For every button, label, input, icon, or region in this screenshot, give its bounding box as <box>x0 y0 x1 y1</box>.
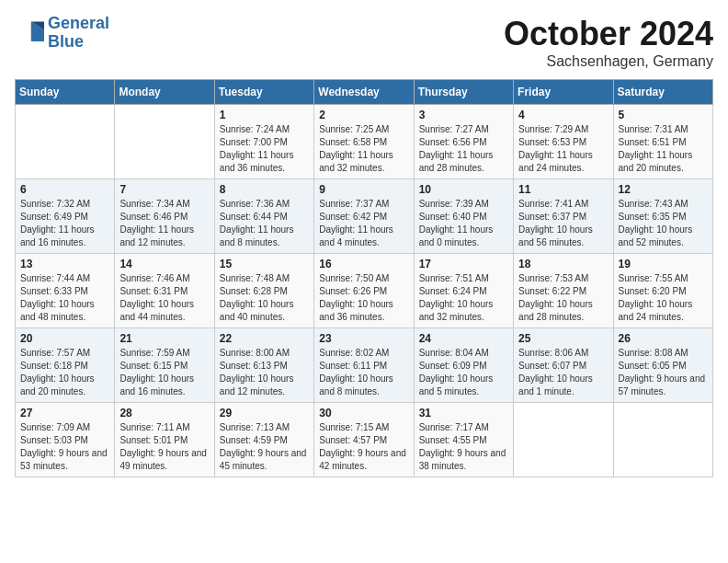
calendar-cell: 29Sunrise: 7:13 AMSunset: 4:59 PMDayligh… <box>214 403 313 477</box>
day-info: Sunrise: 7:51 AMSunset: 6:24 PMDaylight:… <box>419 272 508 324</box>
day-info: Sunrise: 7:59 AMSunset: 6:15 PMDaylight:… <box>119 347 209 398</box>
calendar-cell: 1Sunrise: 7:24 AMSunset: 7:00 PMDaylight… <box>214 105 313 179</box>
calendar-cell: 15Sunrise: 7:48 AMSunset: 6:28 PMDayligh… <box>214 254 313 328</box>
calendar-cell: 25Sunrise: 8:06 AMSunset: 6:07 PMDayligh… <box>514 328 613 403</box>
day-number: 27 <box>20 407 109 419</box>
day-number: 29 <box>220 407 309 419</box>
calendar-cell: 10Sunrise: 7:39 AMSunset: 6:40 PMDayligh… <box>414 179 513 254</box>
day-number: 14 <box>119 258 209 270</box>
day-number: 6 <box>20 183 109 196</box>
location: Sachsenhagen, Germany <box>504 53 713 70</box>
day-info: Sunrise: 7:46 AMSunset: 6:31 PMDaylight:… <box>119 272 209 324</box>
day-number: 15 <box>220 258 309 270</box>
calendar-week-row: 20Sunrise: 7:57 AMSunset: 6:18 PMDayligh… <box>16 328 713 403</box>
day-info: Sunrise: 7:25 AMSunset: 6:58 PMDaylight:… <box>319 123 408 175</box>
day-number: 4 <box>518 109 608 121</box>
calendar-week-row: 27Sunrise: 7:09 AMSunset: 5:03 PMDayligh… <box>16 403 713 477</box>
day-info: Sunrise: 7:53 AMSunset: 6:22 PMDaylight:… <box>518 272 608 324</box>
day-info: Sunrise: 7:36 AMSunset: 6:44 PMDaylight:… <box>220 198 309 249</box>
header-row: SundayMondayTuesdayWednesdayThursdayFrid… <box>16 80 713 105</box>
calendar-cell: 17Sunrise: 7:51 AMSunset: 6:24 PMDayligh… <box>414 254 513 328</box>
header-day: Thursday <box>414 80 513 105</box>
calendar-week-row: 13Sunrise: 7:44 AMSunset: 6:33 PMDayligh… <box>16 254 713 328</box>
calendar-cell: 27Sunrise: 7:09 AMSunset: 5:03 PMDayligh… <box>16 403 115 477</box>
day-number: 10 <box>419 183 508 196</box>
day-info: Sunrise: 8:00 AMSunset: 6:13 PMDaylight:… <box>220 347 309 398</box>
header-day: Friday <box>514 80 613 105</box>
calendar-cell: 6Sunrise: 7:32 AMSunset: 6:49 PMDaylight… <box>16 179 115 254</box>
calendar-cell: 12Sunrise: 7:43 AMSunset: 6:35 PMDayligh… <box>613 179 712 254</box>
day-number: 16 <box>319 258 408 270</box>
day-info: Sunrise: 7:39 AMSunset: 6:40 PMDaylight:… <box>419 198 508 249</box>
calendar-cell: 19Sunrise: 7:55 AMSunset: 6:20 PMDayligh… <box>613 254 712 328</box>
month-title: October 2024 <box>504 15 713 53</box>
calendar-cell: 4Sunrise: 7:29 AMSunset: 6:53 PMDaylight… <box>514 105 613 179</box>
logo-text: General Blue <box>48 15 109 52</box>
day-info: Sunrise: 7:44 AMSunset: 6:33 PMDaylight:… <box>20 272 109 324</box>
day-number: 18 <box>518 258 608 270</box>
calendar-cell: 3Sunrise: 7:27 AMSunset: 6:56 PMDaylight… <box>414 105 513 179</box>
day-info: Sunrise: 7:31 AMSunset: 6:51 PMDaylight:… <box>619 123 708 175</box>
day-number: 30 <box>319 407 408 419</box>
calendar-cell: 18Sunrise: 7:53 AMSunset: 6:22 PMDayligh… <box>514 254 613 328</box>
calendar-cell: 22Sunrise: 8:00 AMSunset: 6:13 PMDayligh… <box>214 328 313 403</box>
calendar-cell: 16Sunrise: 7:50 AMSunset: 6:26 PMDayligh… <box>314 254 414 328</box>
day-info: Sunrise: 7:43 AMSunset: 6:35 PMDaylight:… <box>619 198 708 249</box>
calendar-cell: 23Sunrise: 8:02 AMSunset: 6:11 PMDayligh… <box>314 328 414 403</box>
day-number: 23 <box>319 332 408 345</box>
day-number: 31 <box>419 407 508 419</box>
day-info: Sunrise: 8:02 AMSunset: 6:11 PMDaylight:… <box>319 347 408 398</box>
page-header: General Blue October 2024 Sachsenhagen, … <box>15 15 713 70</box>
day-number: 13 <box>20 258 109 270</box>
day-number: 26 <box>619 332 708 345</box>
day-number: 9 <box>319 183 408 196</box>
day-info: Sunrise: 8:08 AMSunset: 6:05 PMDaylight:… <box>619 347 708 398</box>
calendar-cell <box>16 105 115 179</box>
day-number: 28 <box>119 407 209 419</box>
day-info: Sunrise: 7:13 AMSunset: 4:59 PMDaylight:… <box>220 421 309 473</box>
day-number: 22 <box>220 332 309 345</box>
calendar-cell: 9Sunrise: 7:37 AMSunset: 6:42 PMDaylight… <box>314 179 414 254</box>
day-info: Sunrise: 7:27 AMSunset: 6:56 PMDaylight:… <box>419 123 508 175</box>
calendar-cell: 2Sunrise: 7:25 AMSunset: 6:58 PMDaylight… <box>314 105 414 179</box>
calendar-cell: 24Sunrise: 8:04 AMSunset: 6:09 PMDayligh… <box>414 328 513 403</box>
day-info: Sunrise: 8:06 AMSunset: 6:07 PMDaylight:… <box>518 347 608 398</box>
calendar-cell: 14Sunrise: 7:46 AMSunset: 6:31 PMDayligh… <box>115 254 214 328</box>
calendar-cell: 11Sunrise: 7:41 AMSunset: 6:37 PMDayligh… <box>514 179 613 254</box>
day-number: 5 <box>619 109 708 121</box>
calendar-cell: 8Sunrise: 7:36 AMSunset: 6:44 PMDaylight… <box>214 179 313 254</box>
title-block: October 2024 Sachsenhagen, Germany <box>504 15 713 70</box>
header-day: Saturday <box>613 80 712 105</box>
calendar-cell: 7Sunrise: 7:34 AMSunset: 6:46 PMDaylight… <box>115 179 214 254</box>
day-number: 1 <box>220 109 309 121</box>
day-number: 24 <box>419 332 508 345</box>
calendar-week-row: 6Sunrise: 7:32 AMSunset: 6:49 PMDaylight… <box>16 179 713 254</box>
calendar-cell: 26Sunrise: 8:08 AMSunset: 6:05 PMDayligh… <box>613 328 712 403</box>
logo-icon <box>15 18 44 48</box>
day-number: 3 <box>419 109 508 121</box>
day-info: Sunrise: 8:04 AMSunset: 6:09 PMDaylight:… <box>419 347 508 398</box>
logo-line2: Blue <box>48 32 84 51</box>
day-info: Sunrise: 7:15 AMSunset: 4:57 PMDaylight:… <box>319 421 408 473</box>
calendar-table: SundayMondayTuesdayWednesdayThursdayFrid… <box>15 79 713 477</box>
calendar-cell <box>514 403 613 477</box>
day-number: 12 <box>619 183 708 196</box>
header-day: Tuesday <box>214 80 313 105</box>
day-info: Sunrise: 7:48 AMSunset: 6:28 PMDaylight:… <box>220 272 309 324</box>
day-info: Sunrise: 7:09 AMSunset: 5:03 PMDaylight:… <box>20 421 109 473</box>
day-info: Sunrise: 7:29 AMSunset: 6:53 PMDaylight:… <box>518 123 608 175</box>
day-info: Sunrise: 7:57 AMSunset: 6:18 PMDaylight:… <box>20 347 109 398</box>
day-info: Sunrise: 7:24 AMSunset: 7:00 PMDaylight:… <box>220 123 309 175</box>
day-info: Sunrise: 7:32 AMSunset: 6:49 PMDaylight:… <box>20 198 109 249</box>
day-info: Sunrise: 7:37 AMSunset: 6:42 PMDaylight:… <box>319 198 408 249</box>
day-number: 20 <box>20 332 109 345</box>
logo-line1: General <box>48 14 109 32</box>
calendar-cell: 31Sunrise: 7:17 AMSunset: 4:55 PMDayligh… <box>414 403 513 477</box>
day-info: Sunrise: 7:17 AMSunset: 4:55 PMDaylight:… <box>419 421 508 473</box>
calendar-cell <box>613 403 712 477</box>
header-day: Sunday <box>16 80 115 105</box>
calendar-week-row: 1Sunrise: 7:24 AMSunset: 7:00 PMDaylight… <box>16 105 713 179</box>
calendar-cell: 28Sunrise: 7:11 AMSunset: 5:01 PMDayligh… <box>115 403 214 477</box>
calendar-cell: 5Sunrise: 7:31 AMSunset: 6:51 PMDaylight… <box>613 105 712 179</box>
day-info: Sunrise: 7:34 AMSunset: 6:46 PMDaylight:… <box>119 198 209 249</box>
